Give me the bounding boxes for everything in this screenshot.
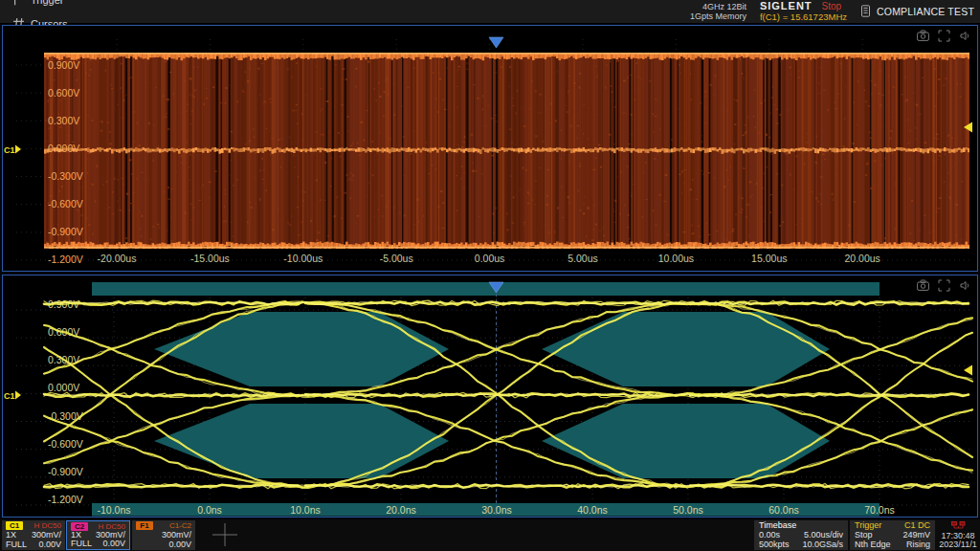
report-icon — [860, 5, 871, 19]
frequency-counter: f(C1) = 15.61723MHz — [760, 11, 847, 22]
time-tick-label: 30.0ns — [481, 504, 512, 516]
volt-tick-label: 0.600V — [48, 87, 79, 99]
time-tick-label: -5.00us — [380, 253, 413, 264]
compliance-test-label: COMPLIANCE TEST — [877, 6, 974, 17]
panel2-icon-tray — [917, 278, 971, 291]
volt-tick-label: 0.300V — [48, 115, 79, 126]
c1-probe: 1X — [6, 531, 16, 540]
time-tick-label: 50.0ns — [673, 504, 703, 516]
timebase-scale: 5.00us/div — [804, 531, 843, 540]
panel1-icon-tray — [917, 29, 971, 41]
hardware-info: 4GHz 12Bit 1Gpts Memory — [690, 2, 746, 21]
volt-tick-label: -0.600V — [48, 438, 83, 450]
volt-tick-label: -0.900V — [48, 226, 83, 237]
oscilloscope-screen: UtilityDisplayAcquireTriggerCursorsMeasu… — [0, 0, 980, 551]
c1-position-marker[interactable]: C1 — [4, 145, 21, 155]
time-tick-label: 5.00us — [568, 253, 598, 264]
time-tick-label: 10.0ns — [290, 504, 321, 516]
speaker-icon[interactable] — [959, 29, 971, 41]
c1-position-marker[interactable]: C1 — [4, 391, 21, 401]
timebase-box[interactable]: Timebase 0.00s 5.00us/div 500kpts 10.0GS… — [754, 520, 848, 550]
menu-item-label: Trigger — [31, 0, 63, 6]
time-tick-label: 20.0ns — [386, 504, 416, 516]
time-tick-label: -10.0ns — [97, 504, 130, 516]
c1-offset: 0.00V — [38, 540, 61, 549]
fullscreen-icon[interactable] — [938, 29, 950, 41]
time-tick-label: 15.00us — [751, 253, 787, 264]
c2-offset: 0.00V — [102, 540, 125, 548]
trigger-level: 249mV — [902, 531, 930, 540]
eye-diagram-display: 0.900V0.600V0.300V0.000V-0.300V-0.600V-0… — [3, 276, 977, 517]
volt-tick-label: -0.900V — [48, 466, 83, 477]
f1-scale: 300mV/ — [162, 531, 191, 540]
time-tick-label: 60.0ns — [768, 504, 799, 516]
channel-box-c1[interactable]: C1 H DC50 1X 300mV/ FULL 0.00V — [2, 520, 65, 550]
bandwidth-label: 4GHz 12Bit — [690, 2, 746, 11]
c2-bandwidth: FULL — [71, 540, 92, 548]
time-tick-label: -20.00us — [98, 253, 137, 264]
volt-tick-label: -0.600V — [48, 198, 83, 209]
math-box-f1[interactable]: F1 C1-C2 300mV/ 0.00V — [132, 520, 195, 550]
trigger-title: Trigger — [855, 521, 881, 530]
c1-badge: C1 — [6, 521, 23, 530]
trigger-box[interactable]: Trigger C1 DC Stop 249mV Nth Edge Rising — [850, 520, 935, 550]
brand-logo: SIGLENT — [760, 1, 813, 11]
capture-waveform-display: 0.900V0.600V0.300V0.000V-0.300V-0.600V-0… — [3, 26, 977, 271]
timebase-sample-rate: 10.0GSa/s — [802, 540, 843, 549]
waveform-panel-eye-diagram: 0.900V0.600V0.300V0.000V-0.300V-0.600V-0… — [2, 275, 978, 518]
memory-label: 1Gpts Memory — [690, 11, 746, 21]
timebase-title: Timebase — [759, 521, 796, 530]
fullscreen-icon[interactable] — [938, 278, 950, 291]
timebase-delay: 0.00s — [759, 531, 780, 540]
camera-icon[interactable] — [917, 29, 929, 41]
waveform-panel-capture: 0.900V0.600V0.300V0.000V-0.300V-0.600V-0… — [2, 25, 978, 272]
volt-tick-label: -1.200V — [48, 253, 83, 265]
persistence-trace — [44, 53, 973, 252]
c1-position-label: C1 — [4, 145, 15, 155]
menu-right-info: 4GHz 12Bit 1Gpts Memory SIGLENT Stop f(C… — [690, 1, 980, 22]
volt-tick-label: 0.900V — [48, 59, 79, 71]
crosshair-icon — [212, 523, 237, 546]
time-tick-label: -15.00us — [190, 253, 230, 264]
volt-tick-label: -0.300V — [48, 170, 83, 182]
time-tick-label: 0.00us — [475, 253, 505, 264]
trigger-position-marker[interactable] — [489, 37, 503, 48]
acquisition-status: Stop — [822, 1, 842, 11]
speaker-icon[interactable] — [959, 278, 971, 291]
timebase-points: 500kpts — [759, 540, 790, 549]
time-tick-label: 10.00us — [658, 253, 694, 264]
flag-icon — [12, 0, 25, 6]
time-tick-label: 0.0ns — [197, 504, 222, 516]
eye-trace — [44, 300, 972, 489]
status-bar: C1 H DC50 1X 300mV/ FULL 0.00V C2 H DC50… — [0, 519, 980, 551]
time-tick-label: 40.0ns — [577, 504, 608, 516]
menu-item-trigger[interactable]: Trigger — [0, 0, 84, 11]
c1-position-label: C1 — [4, 391, 15, 401]
brand-block: SIGLENT Stop f(C1) = 15.61723MHz — [760, 1, 847, 22]
trigger-slope: Rising — [906, 540, 930, 549]
c1-scale: 300mV/ — [32, 531, 61, 540]
time-tick-label: 70.0ns — [864, 504, 895, 516]
trigger-level-marker[interactable] — [964, 365, 972, 376]
clock-block: 17:30:48 2023/11/1 — [937, 520, 979, 550]
trigger-type: Nth Edge — [855, 540, 891, 549]
trigger-status: Stop — [855, 531, 873, 540]
f1-expression: C1-C2 — [169, 521, 191, 530]
compliance-test-button[interactable]: COMPLIANCE TEST — [860, 5, 974, 19]
clock-date: 2023/11/1 — [939, 540, 976, 549]
c1-coupling: H DC50 — [34, 521, 61, 530]
time-tick-label: -10.00us — [283, 253, 323, 264]
time-tick-label: 20.00us — [845, 253, 880, 264]
volt-tick-label: 0.000V — [48, 143, 79, 154]
camera-icon[interactable] — [917, 278, 929, 291]
f1-badge: F1 — [136, 521, 153, 530]
trigger-source-coupling: C1 DC — [904, 521, 930, 530]
menu-bar: UtilityDisplayAcquireTriggerCursorsMeasu… — [0, 0, 980, 24]
f1-offset: 0.00V — [168, 540, 191, 549]
volt-tick-label: -1.200V — [48, 494, 83, 505]
volt-tick-label: 0.000V — [48, 382, 79, 393]
channel-box-c2[interactable]: C2 H DC50 1X 300mV/ FULL 0.00V — [66, 520, 130, 550]
c1-bandwidth: FULL — [6, 540, 27, 549]
